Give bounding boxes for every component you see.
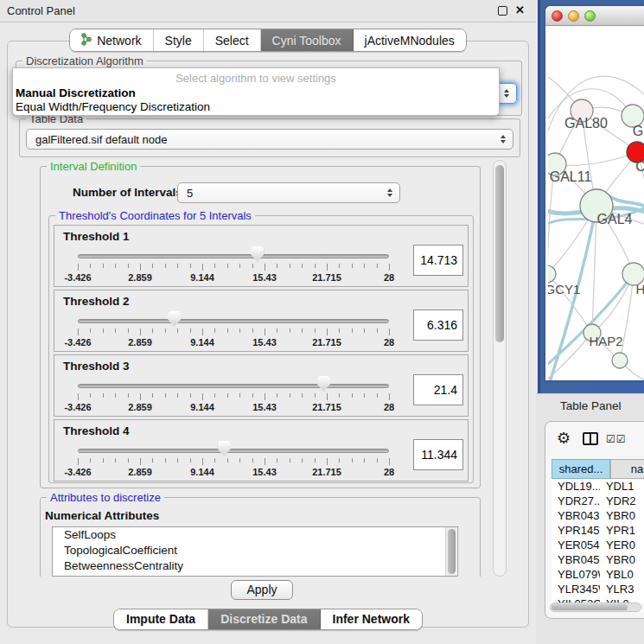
tick-mark — [165, 458, 166, 462]
checkbox-icons[interactable]: ☑☑ — [606, 433, 627, 445]
network-node[interactable] — [612, 353, 628, 368]
threshold-value-input[interactable]: 11.344 — [413, 439, 463, 470]
tab-select[interactable]: Select — [204, 29, 261, 51]
table-data-combo[interactable]: galFiltered.sif default node — [26, 129, 513, 150]
table-hscrollbar-thumb[interactable] — [552, 604, 628, 610]
threshold-value-input[interactable]: 6.316 — [413, 309, 463, 341]
threshold-slider-thumb[interactable] — [317, 376, 330, 392]
table-column-header[interactable]: shared... — [552, 459, 610, 479]
threshold-slider-track[interactable] — [78, 254, 389, 258]
tick-mark — [252, 264, 253, 268]
tick-mark — [214, 393, 215, 398]
tick-mark — [103, 264, 104, 268]
algorithm-option[interactable]: Equal Width/Frequency Discretization — [16, 100, 210, 113]
table-cell: YPR1 — [600, 523, 644, 538]
tab-discretize-data[interactable]: Discretize Data — [208, 609, 320, 629]
tick-label: 15.43 — [252, 402, 277, 412]
apply-button[interactable]: Apply — [231, 580, 293, 600]
tick-mark — [128, 328, 129, 333]
num-intervals-combo[interactable]: 5 — [177, 182, 400, 203]
table-row[interactable]: YLR345WYLR3 — [552, 582, 644, 596]
table-row[interactable]: YDR27...YDR2 — [552, 494, 644, 508]
tab-infer-network[interactable]: Infer Network — [321, 609, 422, 629]
tick-mark — [103, 458, 104, 462]
tick-label: 9.144 — [190, 272, 214, 283]
threshold-slider-thumb[interactable] — [168, 311, 181, 327]
tick-mark — [302, 264, 303, 268]
tab-label: Select — [215, 34, 249, 48]
settings-scrollbar-thumb[interactable] — [495, 165, 504, 342]
zoom-light-icon[interactable] — [584, 10, 596, 22]
tick-mark — [202, 328, 203, 335]
table-cell: YLR345W — [552, 582, 600, 596]
table-hscrollbar[interactable] — [550, 603, 641, 612]
close-icon[interactable]: ✕ — [515, 3, 525, 16]
threshold-slider-track[interactable] — [78, 449, 389, 453]
threshold-label: Threshold 3 — [63, 360, 130, 373]
split-view-icon[interactable] — [583, 432, 598, 445]
tick-mark — [339, 328, 340, 333]
tick-mark — [90, 393, 91, 398]
algorithm-option[interactable]: Manual Discretization — [16, 86, 136, 99]
tick-mark — [115, 264, 116, 268]
threshold-slider-thumb[interactable] — [251, 246, 264, 262]
tick-mark — [190, 458, 191, 462]
threshold-value-input[interactable]: 21.4 — [413, 374, 463, 405]
attributes-list-scrollbar[interactable] — [445, 527, 456, 576]
table-row[interactable]: YIL052CYIL0 — [552, 596, 644, 603]
tab-jactivemnodules[interactable]: jActiveMNodules — [354, 29, 466, 51]
network-node-gcy1[interactable] — [548, 265, 556, 283]
network-node-label: C — [635, 159, 644, 174]
table-row[interactable]: YDL19...YDL1 — [552, 479, 644, 494]
table-cell: YPR145W — [552, 523, 600, 538]
table-row[interactable]: YBR043CYBR0 — [552, 508, 644, 523]
tick-mark — [389, 328, 390, 335]
tab-network[interactable]: Network — [70, 29, 153, 51]
stepper-icon — [387, 188, 392, 197]
network-node-label: G — [633, 124, 643, 138]
table-cell: YDL1 — [600, 479, 644, 494]
tick-mark — [377, 264, 378, 268]
threshold-slider-track[interactable] — [78, 319, 389, 323]
table-row[interactable]: YBL079WYBL0 — [552, 567, 644, 582]
threshold-value-input[interactable]: 14.713 — [413, 245, 463, 276]
tick-mark — [152, 328, 153, 333]
float-icon[interactable] — [498, 6, 507, 16]
tick-mark — [377, 458, 378, 462]
tab-impute-data[interactable]: Impute Data — [114, 609, 208, 629]
numerical-attributes-list[interactable]: SelfLoopsTopologicalCoefficientBetweenne… — [52, 526, 458, 577]
network-icon — [81, 33, 92, 48]
tick-mark — [377, 393, 378, 398]
close-light-icon[interactable] — [552, 10, 563, 22]
attribute-list-item[interactable]: SelfLoops — [53, 527, 457, 543]
table-cell: YBR045C — [552, 552, 600, 567]
tick-mark — [78, 328, 79, 335]
network-window-titlebar[interactable] — [545, 6, 644, 26]
tab-style[interactable]: Style — [154, 29, 204, 51]
attribute-list-item[interactable]: TopologicalCoefficient — [53, 543, 457, 558]
tick-label: -3.426 — [64, 272, 91, 283]
table-row[interactable]: YPR145WYPR1 — [552, 523, 644, 538]
tick-mark — [277, 328, 277, 333]
minimize-light-icon[interactable] — [568, 10, 579, 22]
tick-mark — [177, 393, 178, 398]
table-row[interactable]: YBR045CYBR0 — [552, 552, 644, 567]
algorithm-dropdown-popup: Select algorithm to view settings Manual… — [12, 67, 500, 116]
settings-scrollbar[interactable] — [493, 160, 507, 577]
tick-mark — [252, 393, 253, 398]
tab-cyni-toolbox[interactable]: Cyni Toolbox — [261, 29, 354, 51]
table-row[interactable]: YER054CYER0 — [552, 538, 644, 552]
tick-mark — [152, 393, 153, 398]
tick-label: 21.715 — [312, 272, 341, 283]
network-window: GAL80GCGAL11GAL4GCY1HHAP2 — [545, 6, 644, 380]
gear-icon[interactable]: ⚙ — [557, 429, 571, 447]
tick-mark — [190, 264, 191, 268]
table-panel-title: Table Panel — [560, 399, 622, 412]
table-column-header[interactable]: na — [610, 459, 644, 479]
threshold-slider-thumb[interactable] — [218, 441, 231, 456]
threshold-slider-track[interactable] — [78, 384, 389, 388]
attribute-list-item[interactable]: BetweennessCentrality — [53, 558, 457, 574]
stepper-icon — [501, 135, 506, 143]
network-canvas[interactable]: GAL80GCGAL11GAL4GCY1HHAP2 — [548, 26, 644, 380]
tick-mark — [227, 393, 228, 398]
